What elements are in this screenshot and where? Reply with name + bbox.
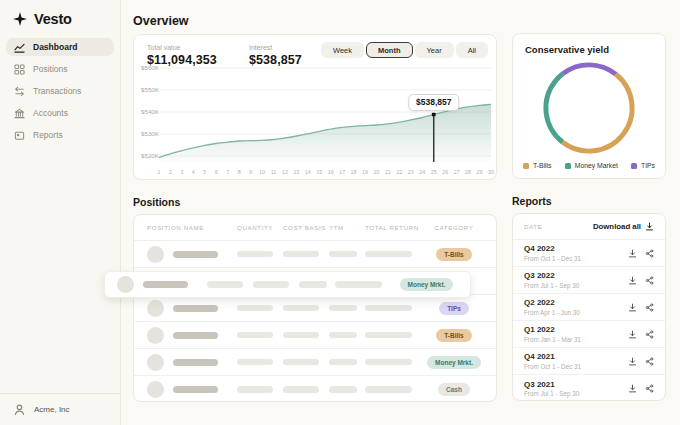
cost-basis-skeleton: [283, 305, 319, 312]
category-badge: T-Bills: [436, 329, 472, 342]
position-name-skeleton: [173, 359, 218, 366]
chart-tooltip: $538,857: [408, 94, 459, 111]
report-row[interactable]: Q3 2022 From Jul 1 - Sep 30: [513, 267, 665, 294]
position-name-skeleton: [143, 281, 188, 288]
position-avatar-skeleton: [147, 300, 164, 317]
category-badge: Money Mrkt.: [427, 356, 481, 369]
share-icon[interactable]: [645, 357, 654, 366]
legend-item-money-market: Money Market: [565, 162, 618, 169]
org-switcher[interactable]: Acme, Inc: [0, 393, 120, 425]
download-all-button[interactable]: Download all: [593, 222, 654, 231]
dragged-position-row[interactable]: Money Mrkt.: [104, 271, 471, 298]
tbills-swatch-icon: [523, 163, 529, 169]
stat-label: Total value: [147, 44, 217, 51]
report-quarter: Q4 2021: [524, 352, 581, 361]
range-button[interactable]: Year: [415, 42, 454, 58]
sidebar: Vesto Dashboard Positions Transactions A…: [0, 0, 121, 425]
download-icon[interactable]: [628, 249, 637, 258]
range-button[interactable]: Week: [321, 42, 364, 58]
position-row[interactable]: T-Bills: [134, 322, 496, 349]
report-row[interactable]: Q2 2022 From Apr 1 - Jun 30: [513, 294, 665, 321]
position-row[interactable]: Money Mrkt.: [134, 349, 496, 376]
sidebar-item-label: Transactions: [33, 86, 81, 96]
total-return-skeleton: [365, 332, 412, 339]
position-avatar-skeleton: [147, 381, 164, 398]
stat: Total value $11,094,353: [147, 44, 217, 67]
report-row[interactable]: Q4 2022 From Oct 1 - Dec 31: [513, 240, 665, 267]
app-logo[interactable]: Vesto: [0, 0, 120, 36]
cost-basis-skeleton: [283, 359, 319, 366]
sidebar-item-transactions[interactable]: Transactions: [6, 82, 114, 100]
category-badge: Money Mrkt.: [400, 278, 454, 291]
legend-item-tbills: T-Bills: [523, 162, 552, 169]
report-card-icon: [14, 130, 25, 141]
positions-table-body: T-Bills: [134, 241, 496, 403]
cost-basis-skeleton: [283, 251, 319, 258]
range-selector: WeekMonthYearAll: [321, 42, 488, 58]
position-avatar-skeleton: [117, 276, 134, 293]
position-row[interactable]: T-Bills: [134, 241, 496, 268]
category-badge: TIPs: [439, 302, 469, 315]
page-title: Overview: [133, 14, 497, 28]
stat-label: Interest: [249, 44, 302, 51]
sidebar-item-label: Accounts: [33, 108, 68, 118]
share-icon[interactable]: [645, 330, 654, 339]
ytm-skeleton: [329, 359, 357, 366]
position-avatar-skeleton: [147, 327, 164, 344]
share-icon[interactable]: [645, 249, 654, 258]
app-name: Vesto: [34, 11, 72, 27]
position-avatar-skeleton: [147, 354, 164, 371]
sidebar-item-dashboard[interactable]: Dashboard: [6, 38, 114, 56]
download-icon: [645, 222, 654, 231]
reports-list: Q4 2022 From Oct 1 - Dec 31 Q3 2022 From…: [513, 240, 665, 402]
report-date-range: From Oct 1 - Dec 31: [524, 363, 581, 370]
positions-table-header: Position name Quantity Cost basis YTM To…: [134, 215, 496, 241]
report-row[interactable]: Q3 2021 From Jul 1 - Sep 30: [513, 375, 665, 402]
chart-hover-region[interactable]: [156, 65, 491, 171]
sidebar-item-reports[interactable]: Reports: [6, 126, 114, 144]
column-header: Position name: [147, 224, 237, 231]
cost-basis-skeleton: [283, 386, 319, 393]
report-quarter: Q4 2022: [524, 244, 581, 253]
share-icon[interactable]: [645, 303, 654, 312]
sidebar-item-accounts[interactable]: Accounts: [6, 104, 114, 122]
share-icon[interactable]: [645, 384, 654, 393]
download-icon[interactable]: [628, 384, 637, 393]
range-button[interactable]: All: [456, 42, 488, 58]
sidebar-item-label: Dashboard: [33, 42, 77, 52]
position-row[interactable]: Cash: [134, 376, 496, 403]
tips-swatch-icon: [631, 163, 637, 169]
reports-title: Reports: [512, 195, 666, 207]
positions-card: Position name Quantity Cost basis YTM To…: [133, 214, 497, 402]
range-button-label: Week: [333, 46, 352, 55]
quantity-skeleton: [237, 251, 273, 258]
download-icon[interactable]: [628, 330, 637, 339]
report-row[interactable]: Q4 2021 From Oct 1 - Dec 31: [513, 348, 665, 375]
org-name: Acme, Inc: [34, 405, 70, 414]
column-header: Quantity: [237, 224, 283, 231]
sidebar-item-positions[interactable]: Positions: [6, 60, 114, 78]
quantity-skeleton: [237, 386, 273, 393]
positions-title: Positions: [133, 196, 497, 208]
range-button[interactable]: Month: [366, 42, 413, 58]
arrows-swap-icon: [14, 86, 25, 97]
range-button-label: Month: [378, 46, 401, 55]
position-row[interactable]: TIPs: [134, 295, 496, 322]
user-icon: [13, 403, 26, 416]
download-icon[interactable]: [628, 357, 637, 366]
money-market-swatch-icon: [565, 163, 571, 169]
range-button-label: Year: [427, 46, 442, 55]
range-button-label: All: [468, 46, 476, 55]
position-name-skeleton: [173, 251, 218, 258]
report-row[interactable]: Q1 2022 From Jan 1 - Mar 31: [513, 321, 665, 348]
report-quarter: Q3 2021: [524, 380, 579, 389]
report-quarter: Q2 2022: [524, 298, 580, 307]
download-icon[interactable]: [628, 303, 637, 312]
column-header: Cost basis: [283, 224, 329, 231]
donut-legend: T-Bills Money Market TIPs: [523, 162, 655, 169]
share-icon[interactable]: [645, 276, 654, 285]
report-quarter: Q1 2022: [524, 325, 581, 334]
overview-card: Total value $11,094,353 Interest $538,85…: [133, 34, 497, 180]
legend-item-tips: TIPs: [631, 162, 655, 169]
download-icon[interactable]: [628, 276, 637, 285]
